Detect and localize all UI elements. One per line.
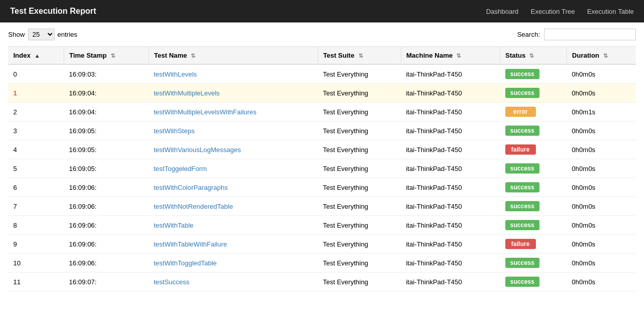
col-timestamp[interactable]: Time Stamp ⇅ <box>64 47 148 65</box>
cell-timestamp: 16:09:06: <box>64 178 148 197</box>
cell-status: success <box>500 254 567 273</box>
cell-timestamp: 16:09:06: <box>64 216 148 235</box>
status-badge: failure <box>505 144 536 155</box>
cell-duration: 0h0m0s <box>566 235 636 254</box>
cell-index: 2 <box>8 103 64 121</box>
cell-timestamp: 16:09:07: <box>64 273 148 291</box>
cell-machinename: itai-ThinkPad-T450 <box>401 197 500 216</box>
cell-status: success <box>500 121 567 140</box>
cell-timestamp: 16:09:04: <box>64 84 148 103</box>
cell-testname[interactable]: testWithVariousLogMessages <box>149 140 318 159</box>
cell-machinename: itai-ThinkPad-T450 <box>401 216 500 235</box>
nav-execution-table[interactable]: Execution Table <box>587 8 634 15</box>
cell-duration: 0h0m0s <box>566 254 636 273</box>
cell-index: 0 <box>8 64 64 84</box>
cell-machinename: itai-ThinkPad-T450 <box>401 84 500 103</box>
cell-index: 7 <box>8 197 64 216</box>
cell-status: success <box>500 159 567 178</box>
status-badge: success <box>505 126 539 136</box>
cell-index: 9 <box>8 235 64 254</box>
cell-status: success <box>500 273 567 291</box>
table-body: 016:09:03:testWithLevelsTest Everythingi… <box>8 64 636 291</box>
sort-index-icon: ▲ <box>35 53 40 59</box>
cell-index: 8 <box>8 216 64 235</box>
col-duration[interactable]: Duration ⇅ <box>566 47 636 65</box>
cell-testname[interactable]: testSuccess <box>149 273 318 291</box>
table-row: 416:09:05:testWithVariousLogMessagesTest… <box>8 140 636 159</box>
cell-testname[interactable]: testWithNotRenderedTable <box>149 197 318 216</box>
cell-testname[interactable]: testWithSteps <box>149 121 318 140</box>
cell-testsuite: Test Everything <box>318 159 401 178</box>
cell-machinename: itai-ThinkPad-T450 <box>401 273 500 291</box>
col-testsuite[interactable]: Test Suite ⇅ <box>318 47 401 65</box>
cell-machinename: itai-ThinkPad-T450 <box>401 140 500 159</box>
status-badge: error <box>505 107 536 117</box>
cell-duration: 0h0m1s <box>566 103 636 121</box>
status-badge: success <box>505 220 539 230</box>
search-section: Search: <box>517 29 636 40</box>
col-testname[interactable]: Test Name ⇅ <box>149 47 318 65</box>
table-row: 316:09:05:testWithStepsTest Everythingit… <box>8 121 636 140</box>
table-row: 1016:09:06:testWithToggledTableTest Ever… <box>8 254 636 273</box>
cell-testname[interactable]: testWithTableWithFailure <box>149 235 318 254</box>
cell-testname[interactable]: testWithMultipleLevelsWithFailures <box>149 103 318 121</box>
main-nav: Dashboard Execution Tree Execution Table <box>486 8 634 15</box>
cell-machinename: itai-ThinkPad-T450 <box>401 254 500 273</box>
cell-timestamp: 16:09:04: <box>64 103 148 121</box>
cell-testname[interactable]: testWithLevels <box>149 64 318 84</box>
status-badge: success <box>505 258 539 268</box>
col-machinename[interactable]: Machine Name ⇅ <box>401 47 500 65</box>
cell-testname[interactable]: testWithToggledTable <box>149 254 318 273</box>
table-row: 016:09:03:testWithLevelsTest Everythingi… <box>8 64 636 84</box>
cell-testsuite: Test Everything <box>318 216 401 235</box>
sort-machinename-icon: ⇅ <box>456 53 461 59</box>
status-badge: success <box>505 277 539 287</box>
cell-index: 6 <box>8 178 64 197</box>
show-label: Show <box>8 31 25 38</box>
status-badge: failure <box>505 239 536 249</box>
table-head: Index ▲ Time Stamp ⇅ Test Name ⇅ Test Su… <box>8 47 636 65</box>
sort-status-icon: ⇅ <box>529 53 534 59</box>
sort-testsuite-icon: ⇅ <box>358 53 363 59</box>
entries-select[interactable]: 102550100 <box>28 29 55 40</box>
cell-index: 3 <box>8 121 64 140</box>
cell-testname[interactable]: testWithTable <box>149 216 318 235</box>
table-row: 616:09:06:testWithColorParagraphsTest Ev… <box>8 178 636 197</box>
cell-status: error <box>500 103 567 121</box>
search-input[interactable] <box>544 29 636 40</box>
cell-duration: 0h0m0s <box>566 121 636 140</box>
cell-testsuite: Test Everything <box>318 140 401 159</box>
cell-testname[interactable]: testWithMultipleLevels <box>149 84 318 103</box>
execution-table: Index ▲ Time Stamp ⇅ Test Name ⇅ Test Su… <box>8 46 636 291</box>
nav-dashboard[interactable]: Dashboard <box>486 8 519 15</box>
cell-machinename: itai-ThinkPad-T450 <box>401 178 500 197</box>
cell-machinename: itai-ThinkPad-T450 <box>401 103 500 121</box>
cell-testname[interactable]: testWithColorParagraphs <box>149 178 318 197</box>
cell-index: 11 <box>8 273 64 291</box>
col-status[interactable]: Status ⇅ <box>500 47 567 65</box>
table-row: 116:09:04:testWithMultipleLevelsTest Eve… <box>8 84 636 103</box>
cell-testsuite: Test Everything <box>318 84 401 103</box>
app-title: Test Execution Report <box>10 7 96 16</box>
table-row: 516:09:05:testToggeledFormTest Everythin… <box>8 159 636 178</box>
status-badge: success <box>505 182 539 192</box>
sort-duration-icon: ⇅ <box>603 53 608 59</box>
col-index[interactable]: Index ▲ <box>8 47 64 65</box>
cell-testsuite: Test Everything <box>318 121 401 140</box>
cell-duration: 0h0m0s <box>566 273 636 291</box>
cell-status: failure <box>500 235 567 254</box>
cell-timestamp: 16:09:05: <box>64 140 148 159</box>
cell-testname[interactable]: testToggeledForm <box>149 159 318 178</box>
nav-execution-tree[interactable]: Execution Tree <box>531 8 575 15</box>
table-row: 716:09:06:testWithNotRenderedTableTest E… <box>8 197 636 216</box>
table-container: Index ▲ Time Stamp ⇅ Test Name ⇅ Test Su… <box>0 46 644 291</box>
sort-testname-icon: ⇅ <box>191 53 195 59</box>
cell-status: success <box>500 64 567 84</box>
cell-testsuite: Test Everything <box>318 103 401 121</box>
cell-testsuite: Test Everything <box>318 197 401 216</box>
cell-status: success <box>500 178 567 197</box>
cell-index: 10 <box>8 254 64 273</box>
cell-duration: 0h0m0s <box>566 64 636 84</box>
cell-index: 4 <box>8 140 64 159</box>
cell-duration: 0h0m0s <box>566 159 636 178</box>
